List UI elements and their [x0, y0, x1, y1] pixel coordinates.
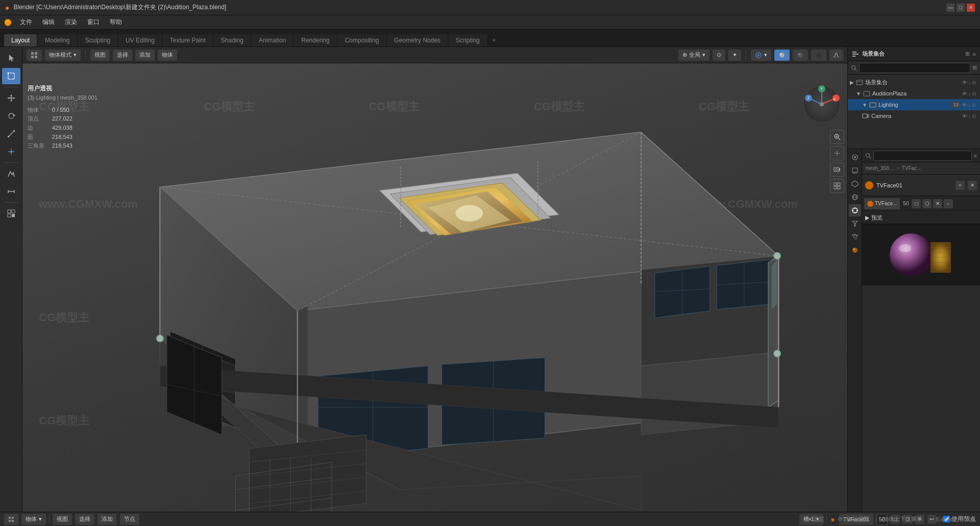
cam-vis-cam[interactable]: ⊙	[972, 113, 976, 119]
view-menu-button[interactable]: 视图	[90, 50, 110, 61]
tool-move[interactable]	[2, 90, 20, 106]
bb-view-button[interactable]: 视图	[53, 514, 72, 525]
vis-icon-1[interactable]: 👁	[962, 80, 967, 85]
tool-annotate[interactable]	[2, 165, 20, 182]
outliner-item-auditionplaza[interactable]: ▼ AuditionPlaza 👁 ↓ ⊙	[848, 88, 980, 99]
proportional-edit-button[interactable]: ⊙	[713, 50, 725, 61]
tool-add[interactable]	[2, 205, 20, 222]
grid-view-button[interactable]	[830, 179, 844, 193]
tab-animation[interactable]: Animation	[252, 34, 293, 46]
preview-header[interactable]: ▶ 预览	[862, 212, 980, 224]
mat-fake-user-button[interactable]: ⬡	[922, 199, 932, 208]
shading-mode-solid[interactable]	[774, 50, 790, 61]
mat-delete-button[interactable]: ✕	[933, 199, 942, 208]
mat-browse-back-button[interactable]: ←	[944, 199, 953, 208]
zoom-in-button[interactable]	[830, 130, 844, 144]
menu-edit[interactable]: 编辑	[38, 16, 59, 28]
mat-copy-button[interactable]: □	[912, 199, 921, 208]
nav-gizmo[interactable]: X Y Z	[801, 84, 842, 125]
prop-world-icon[interactable]	[849, 191, 861, 203]
material-remove-button[interactable]: ✕	[968, 181, 977, 190]
material-preview-sphere	[886, 227, 957, 283]
tab-compositing[interactable]: Compositing	[338, 34, 386, 46]
bb-select-button[interactable]: 选择	[75, 514, 94, 525]
shading-mode-rendered[interactable]	[811, 50, 826, 61]
object-menu-button[interactable]: 物体	[158, 50, 177, 61]
material-browse-button[interactable]: TVFace...	[864, 198, 900, 209]
viewport-area[interactable]: 物体模式 ▾ 视图 选择 添加 物体 ⊕ 全局 ▾ ⊙ ✦ ▾	[22, 47, 847, 512]
tab-shading[interactable]: Shading	[214, 34, 251, 46]
viewport-canvas[interactable]: CG模型主 CG模型主 CG模型主 CG模型主 CG模型主 www.CGMXW.…	[22, 63, 847, 512]
menu-help[interactable]: 帮助	[106, 16, 126, 28]
shading-mode-material[interactable]	[793, 50, 808, 61]
tab-sculpting[interactable]: Sculpting	[78, 34, 117, 46]
tool-transform[interactable]	[2, 144, 20, 160]
bottom-editor-type[interactable]	[4, 514, 18, 525]
prop-particles-icon[interactable]	[849, 231, 861, 243]
add-menu-button[interactable]: 添加	[135, 50, 155, 61]
select-menu-button[interactable]: 选择	[113, 50, 132, 61]
prop-render-icon[interactable]	[849, 151, 861, 163]
props-search-input[interactable]	[873, 151, 972, 161]
menu-render[interactable]: 渲染	[61, 16, 81, 28]
outliner-item-camera[interactable]: Camera 👁 ↓ ⊙	[848, 110, 980, 122]
bb-add-button[interactable]: 添加	[97, 514, 117, 525]
lt-vis-eye[interactable]: 👁	[962, 102, 967, 108]
prop-material-icon[interactable]	[849, 244, 861, 256]
preview-label: 预览	[871, 214, 883, 222]
tool-measure[interactable]	[2, 183, 20, 200]
prop-output-icon[interactable]	[849, 164, 861, 177]
ap-vis-down[interactable]: ↓	[968, 91, 971, 97]
transform-orientations[interactable]: ✦	[728, 50, 741, 61]
tab-uv-editing[interactable]: UV Editing	[118, 34, 162, 46]
prop-scene-icon[interactable]	[849, 178, 861, 190]
tab-layout[interactable]: Layout	[4, 34, 37, 46]
outliner-options-button[interactable]: ≡	[973, 51, 976, 57]
outliner-display-mode[interactable]: ⊞	[972, 64, 977, 71]
mode-select-button[interactable]: 物体模式 ▾	[45, 50, 81, 61]
tab-rendering[interactable]: Rendering	[294, 34, 336, 46]
tab-scripting[interactable]: Scripting	[449, 34, 487, 46]
prop-modifier-icon[interactable]	[849, 218, 861, 230]
editor-type-button[interactable]	[27, 50, 42, 61]
tab-texture-paint[interactable]: Texture Paint	[163, 34, 213, 46]
outliner-filter-button[interactable]: ⊞	[965, 51, 970, 57]
menu-window[interactable]: 窗口	[83, 16, 104, 28]
outliner-item-scene-collection[interactable]: ▶ 场景集合 👁 ↓ ⊙	[848, 77, 980, 88]
menu-file[interactable]: 文件	[16, 16, 36, 28]
outliner-item-lighting[interactable]: ▼ Lighting 13 👁 ↓ ⊙	[848, 99, 980, 110]
breadcrumb-mesh[interactable]: mesh_358....	[865, 165, 895, 171]
lt-vis-down[interactable]: ↓	[968, 102, 971, 108]
vis-icon-3[interactable]: ⊙	[972, 80, 976, 85]
pan-button[interactable]	[830, 146, 844, 160]
bottom-object-mode[interactable]: 物体 ▾	[21, 514, 46, 525]
cam-vis-eye[interactable]: 👁	[962, 113, 967, 119]
prop-object-icon[interactable]	[849, 204, 861, 217]
maximize-button[interactable]: □	[957, 4, 965, 12]
snap-button[interactable]: ⊕ 全局 ▾	[678, 50, 709, 61]
svg-point-31	[798, 53, 803, 58]
viewport-eight-icon[interactable]: 八	[829, 50, 843, 61]
vis-icon-2[interactable]: ↓	[968, 80, 971, 85]
tool-cursor[interactable]	[2, 50, 20, 66]
tool-scale[interactable]	[2, 126, 20, 142]
camera-button[interactable]	[830, 162, 844, 177]
props-filter-button[interactable]: ≡	[974, 153, 977, 159]
add-workspace-button[interactable]: +	[488, 33, 500, 46]
outliner-search-input[interactable]	[859, 63, 970, 73]
lt-vis-cam[interactable]: ⊙	[972, 102, 976, 108]
ap-vis-cam[interactable]: ⊙	[972, 91, 976, 97]
cam-vis-down[interactable]: ↓	[968, 113, 971, 119]
minimize-button[interactable]: —	[946, 4, 954, 12]
material-name: TVFace01	[876, 182, 952, 188]
breadcrumb-tvface[interactable]: TVFac...	[902, 165, 921, 171]
close-button[interactable]: ✕	[967, 4, 975, 12]
tool-rotate[interactable]	[2, 108, 20, 124]
overlay-toggle[interactable]: ▾	[751, 50, 771, 61]
material-add-button[interactable]: +	[955, 181, 965, 190]
ap-vis-eye[interactable]: 👁	[962, 91, 967, 97]
bb-node-button[interactable]: 节点	[120, 514, 139, 525]
tab-modeling[interactable]: Modeling	[38, 34, 77, 46]
tab-geometry-nodes[interactable]: Geometry Nodes	[387, 34, 448, 46]
tool-select-box[interactable]	[2, 68, 20, 84]
